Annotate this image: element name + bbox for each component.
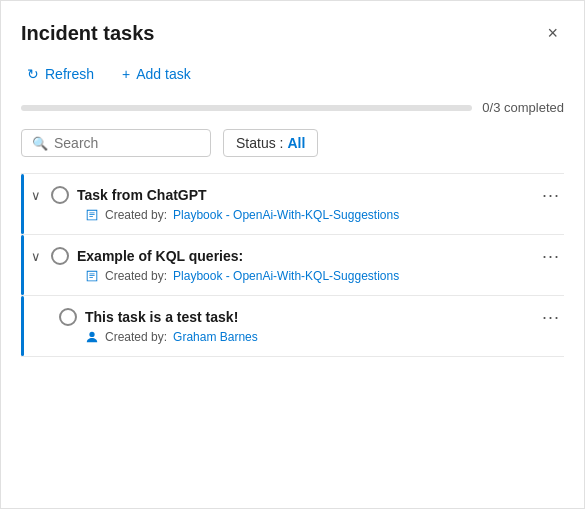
task-status-circle[interactable] (51, 186, 69, 204)
add-task-label: Add task (136, 66, 190, 82)
progress-bar-container: 0/3 completed (21, 100, 564, 115)
task-more-button[interactable]: ··· (538, 186, 564, 204)
task-meta: Created by: Playbook - OpenAi-With-KQL-S… (85, 269, 564, 283)
task-left: ∨Example of KQL queries: (29, 247, 243, 265)
task-meta: Created by: Graham Barnes (85, 330, 564, 344)
task-more-button[interactable]: ··· (538, 308, 564, 326)
refresh-icon: ↻ (27, 66, 39, 82)
progress-section: 0/3 completed (21, 100, 564, 115)
search-box[interactable]: 🔍 (21, 129, 211, 157)
task-left: This task is a test task! (29, 308, 238, 326)
task-main: ∨Example of KQL queries:··· (29, 247, 564, 265)
task-created-by-label: Created by: (105, 269, 167, 283)
filter-row: 🔍 Status : All (21, 129, 564, 157)
playbook-icon (85, 269, 99, 283)
task-status-circle[interactable] (59, 308, 77, 326)
task-main: This task is a test task!··· (29, 308, 564, 326)
task-item: This task is a test task!···Created by: … (21, 295, 564, 357)
status-filter-value: All (287, 135, 305, 151)
progress-label: 0/3 completed (482, 100, 564, 115)
task-meta: Created by: Playbook - OpenAi-With-KQL-S… (85, 208, 564, 222)
close-button[interactable]: × (541, 21, 564, 46)
task-item: ∨Task from ChatGPT···Created by: Playboo… (21, 173, 564, 234)
panel-title: Incident tasks (21, 22, 154, 45)
task-created-by-value: Graham Barnes (173, 330, 258, 344)
task-created-by-value: Playbook - OpenAi-With-KQL-Suggestions (173, 208, 399, 222)
refresh-label: Refresh (45, 66, 94, 82)
panel-header: Incident tasks × (21, 21, 564, 46)
progress-bar-track (21, 105, 472, 111)
search-input[interactable] (54, 135, 200, 151)
playbook-icon (85, 208, 99, 222)
toolbar: ↻ Refresh + Add task (21, 62, 564, 86)
task-name: Task from ChatGPT (77, 187, 207, 203)
task-item: ∨Example of KQL queries:···Created by: P… (21, 234, 564, 295)
task-created-by-label: Created by: (105, 330, 167, 344)
add-icon: + (122, 66, 130, 82)
incident-tasks-panel: Incident tasks × ↻ Refresh + Add task 0/… (0, 0, 585, 509)
task-left: ∨Task from ChatGPT (29, 186, 207, 204)
task-name: This task is a test task! (85, 309, 238, 325)
task-more-button[interactable]: ··· (538, 247, 564, 265)
user-icon (85, 330, 99, 344)
task-created-by-label: Created by: (105, 208, 167, 222)
chevron-button[interactable]: ∨ (29, 249, 43, 264)
task-created-by-value: Playbook - OpenAi-With-KQL-Suggestions (173, 269, 399, 283)
task-status-circle[interactable] (51, 247, 69, 265)
task-name: Example of KQL queries: (77, 248, 243, 264)
task-main: ∨Task from ChatGPT··· (29, 186, 564, 204)
add-task-button[interactable]: + Add task (116, 62, 197, 86)
svg-point-0 (89, 332, 94, 337)
tasks-list: ∨Task from ChatGPT···Created by: Playboo… (21, 173, 564, 357)
search-icon: 🔍 (32, 136, 48, 151)
status-filter[interactable]: Status : All (223, 129, 318, 157)
status-filter-prefix: Status : (236, 135, 283, 151)
refresh-button[interactable]: ↻ Refresh (21, 62, 100, 86)
chevron-button[interactable]: ∨ (29, 188, 43, 203)
